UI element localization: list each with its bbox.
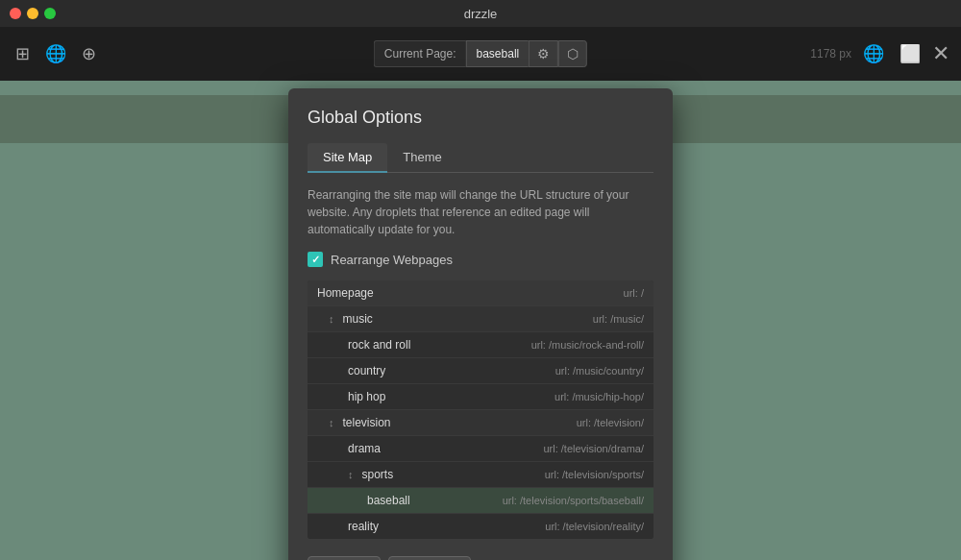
cancel-button[interactable]: Cancel	[388, 556, 471, 560]
sitemap-name-hiphop: hip hop	[348, 390, 385, 403]
sitemap-row-country[interactable]: country url: /music/country/	[308, 358, 653, 384]
titlebar: drzzle	[0, 0, 961, 27]
global-options-modal: Global Options Site Map Theme Rearrangin…	[288, 88, 673, 560]
modal-buttons: Save Cancel	[308, 556, 653, 560]
sitemap-row-rock-and-roll[interactable]: rock and roll url: /music/rock-and-roll/	[308, 332, 653, 358]
sitemap-tree: Homepage url: / ↕ music url: /music/ roc…	[308, 280, 653, 539]
sitemap-row-television[interactable]: ↕ television url: /television/	[308, 410, 653, 436]
sitemap-name-reality: reality	[348, 520, 379, 533]
sitemap-name-rock: rock and roll	[348, 338, 410, 352]
monitor-icon[interactable]: ⬜	[896, 39, 924, 68]
sitemap-row-sports[interactable]: ↕ sports url: /television/sports/	[308, 462, 653, 488]
sitemap-url-rock: url: /music/rock-and-roll/	[531, 339, 644, 351]
sitemap-row-hiphop[interactable]: hip hop url: /music/hip-hop/	[308, 384, 653, 410]
sitemap-url-television: url: /television/	[577, 417, 644, 428]
minimize-button[interactable]	[27, 8, 38, 19]
sitemap-name-sports: ↕ sports	[348, 468, 393, 481]
sitemap-row-drama[interactable]: drama url: /television/drama/	[308, 436, 653, 462]
px-display: 1178 px	[810, 47, 851, 61]
close-button[interactable]	[10, 8, 21, 19]
app-title: drzzle	[464, 7, 498, 21]
save-page-icon[interactable]: ⬡	[558, 40, 587, 67]
sitemap-row-music[interactable]: ↕ music url: /music/	[308, 306, 653, 332]
sitemap-url-country: url: /music/country/	[555, 365, 644, 377]
sitemap-url-baseball: url: /television/sports/baseball/	[503, 495, 644, 506]
close-x-button[interactable]: ✕	[932, 41, 949, 66]
sitemap-url-homepage: url: /	[624, 287, 644, 299]
toolbar: ⊞ 🌐 ⊕ Current Page: baseball ⚙ ⬡ 1178 px…	[0, 27, 961, 81]
tab-theme[interactable]: Theme	[387, 143, 456, 173]
settings-icon[interactable]: ⚙	[529, 40, 558, 67]
sitemap-row-homepage[interactable]: Homepage url: /	[308, 280, 653, 306]
sitemap-name-country: country	[348, 364, 385, 377]
add-icon[interactable]: ⊕	[78, 39, 100, 68]
window-controls	[10, 8, 56, 19]
sitemap-url-drama: url: /television/drama/	[543, 443, 644, 454]
sitemap-url-sports: url: /television/sports/	[545, 469, 644, 480]
tab-sitemap[interactable]: Site Map	[308, 143, 387, 173]
rearrange-checkbox[interactable]	[308, 252, 323, 267]
modal-overlay: Global Options Site Map Theme Rearrangin…	[0, 81, 961, 560]
rearrange-label: Rearrange Webpages	[331, 253, 453, 267]
pages-icon[interactable]: ⊞	[12, 39, 34, 68]
modal-description: Rearranging the site map will change the…	[308, 186, 653, 238]
site-icon[interactable]: 🌐	[41, 39, 70, 68]
modal-title: Global Options	[308, 108, 653, 128]
sitemap-name-baseball: baseball	[367, 494, 410, 507]
rearrange-checkbox-row: Rearrange Webpages	[308, 252, 653, 267]
background-content: Global Options Site Map Theme Rearrangin…	[0, 81, 961, 560]
sitemap-name-television: ↕ television	[329, 416, 391, 429]
current-page-label: Current Page:	[374, 40, 466, 67]
sitemap-url-reality: url: /television/reality/	[545, 521, 644, 532]
toolbar-center: Current Page: baseball ⚙ ⬡	[374, 40, 587, 67]
sitemap-name-drama: drama	[348, 442, 381, 455]
toolbar-right: 1178 px 🌐 ⬜ ✕	[810, 39, 949, 68]
toggle-sports: ↕	[348, 469, 354, 480]
sitemap-url-music: url: /music/	[593, 313, 644, 325]
toolbar-left: ⊞ 🌐 ⊕	[12, 39, 100, 68]
maximize-button[interactable]	[44, 8, 56, 19]
toggle-television: ↕	[329, 417, 334, 428]
toggle-music: ↕	[329, 313, 334, 325]
current-page-value: baseball	[466, 40, 530, 67]
modal-tabs: Site Map Theme	[308, 143, 653, 173]
sitemap-name-music: ↕ music	[329, 312, 373, 326]
sitemap-name-homepage: Homepage	[317, 286, 374, 300]
globe-icon[interactable]: 🌐	[859, 39, 888, 68]
sitemap-row-reality[interactable]: reality url: /television/reality/	[308, 514, 653, 539]
sitemap-row-baseball[interactable]: baseball url: /television/sports/basebal…	[308, 488, 653, 514]
save-button[interactable]: Save	[308, 556, 381, 560]
sitemap-url-hiphop: url: /music/hip-hop/	[554, 391, 644, 402]
